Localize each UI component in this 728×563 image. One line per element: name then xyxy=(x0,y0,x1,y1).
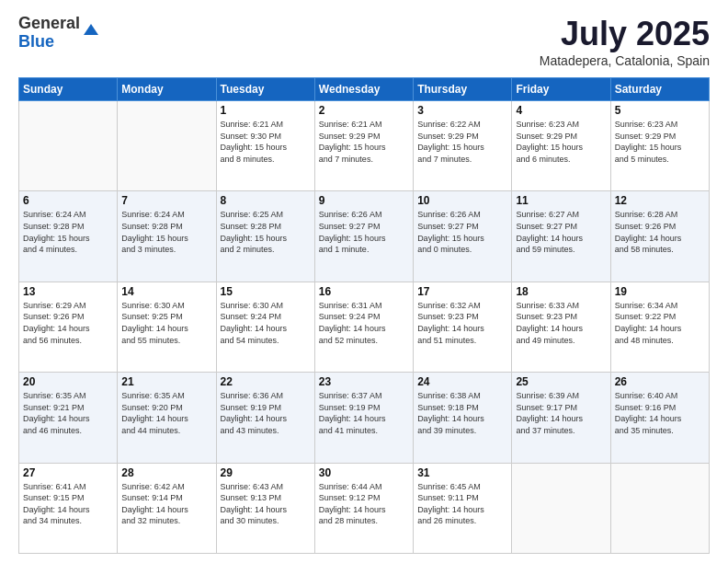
calendar-cell: 1Sunrise: 6:21 AM Sunset: 9:30 PM Daylig… xyxy=(216,101,314,191)
col-header-sunday: Sunday xyxy=(19,78,118,101)
svg-marker-0 xyxy=(84,24,98,35)
logo-general: General xyxy=(18,15,80,33)
day-number: 16 xyxy=(319,285,409,298)
calendar-week-row: 27Sunrise: 6:41 AM Sunset: 9:15 PM Dayli… xyxy=(19,463,710,553)
day-number: 3 xyxy=(417,104,507,117)
cell-text: Sunrise: 6:39 AM Sunset: 9:17 PM Dayligh… xyxy=(516,390,606,436)
col-header-monday: Monday xyxy=(118,78,216,101)
day-number: 31 xyxy=(417,466,507,479)
day-number: 10 xyxy=(417,194,507,207)
calendar-cell: 26Sunrise: 6:40 AM Sunset: 9:16 PM Dayli… xyxy=(610,373,709,463)
calendar-cell: 31Sunrise: 6:45 AM Sunset: 9:11 PM Dayli… xyxy=(414,463,512,553)
month-title: July 2025 xyxy=(540,15,710,53)
calendar-header-row: SundayMondayTuesdayWednesdayThursdayFrid… xyxy=(19,78,710,101)
col-header-wednesday: Wednesday xyxy=(314,78,413,101)
cell-text: Sunrise: 6:25 AM Sunset: 9:28 PM Dayligh… xyxy=(221,209,311,255)
day-number: 8 xyxy=(221,194,311,207)
calendar-cell: 30Sunrise: 6:44 AM Sunset: 9:12 PM Dayli… xyxy=(314,463,413,553)
cell-text: Sunrise: 6:37 AM Sunset: 9:19 PM Dayligh… xyxy=(319,390,409,436)
calendar-cell: 16Sunrise: 6:31 AM Sunset: 9:24 PM Dayli… xyxy=(314,282,413,372)
cell-text: Sunrise: 6:30 AM Sunset: 9:24 PM Dayligh… xyxy=(221,300,311,346)
day-number: 30 xyxy=(319,466,409,479)
cell-text: Sunrise: 6:42 AM Sunset: 9:14 PM Dayligh… xyxy=(121,481,211,527)
cell-text: Sunrise: 6:21 AM Sunset: 9:29 PM Dayligh… xyxy=(319,119,409,165)
title-block: July 2025 Matadepera, Catalonia, Spain xyxy=(540,15,710,68)
cell-text: Sunrise: 6:36 AM Sunset: 9:19 PM Dayligh… xyxy=(221,390,311,436)
day-number: 23 xyxy=(319,375,409,388)
cell-text: Sunrise: 6:27 AM Sunset: 9:27 PM Dayligh… xyxy=(516,209,606,255)
calendar-cell: 22Sunrise: 6:36 AM Sunset: 9:19 PM Dayli… xyxy=(216,373,314,463)
day-number: 29 xyxy=(221,466,311,479)
calendar-cell: 20Sunrise: 6:35 AM Sunset: 9:21 PM Dayli… xyxy=(19,373,118,463)
calendar-cell xyxy=(118,101,216,191)
cell-text: Sunrise: 6:26 AM Sunset: 9:27 PM Dayligh… xyxy=(417,209,507,255)
calendar-cell: 2Sunrise: 6:21 AM Sunset: 9:29 PM Daylig… xyxy=(314,101,413,191)
cell-text: Sunrise: 6:34 AM Sunset: 9:22 PM Dayligh… xyxy=(615,300,705,346)
cell-text: Sunrise: 6:33 AM Sunset: 9:23 PM Dayligh… xyxy=(516,300,606,346)
day-number: 7 xyxy=(121,194,211,207)
calendar-cell: 19Sunrise: 6:34 AM Sunset: 9:22 PM Dayli… xyxy=(610,282,709,372)
cell-text: Sunrise: 6:43 AM Sunset: 9:13 PM Dayligh… xyxy=(221,481,311,527)
calendar-cell: 9Sunrise: 6:26 AM Sunset: 9:27 PM Daylig… xyxy=(314,191,413,282)
logo-blue: Blue xyxy=(18,33,80,52)
calendar-cell: 29Sunrise: 6:43 AM Sunset: 9:13 PM Dayli… xyxy=(216,463,314,553)
cell-text: Sunrise: 6:23 AM Sunset: 9:29 PM Dayligh… xyxy=(516,119,606,165)
calendar-cell: 3Sunrise: 6:22 AM Sunset: 9:29 PM Daylig… xyxy=(414,101,512,191)
cell-text: Sunrise: 6:41 AM Sunset: 9:15 PM Dayligh… xyxy=(23,481,113,527)
page: General Blue July 2025 Matadepera, Catal… xyxy=(0,0,728,563)
day-number: 25 xyxy=(516,375,606,388)
calendar-week-row: 6Sunrise: 6:24 AM Sunset: 9:28 PM Daylig… xyxy=(19,191,710,282)
day-number: 9 xyxy=(319,194,409,207)
day-number: 22 xyxy=(221,375,311,388)
day-number: 13 xyxy=(23,285,113,298)
cell-text: Sunrise: 6:28 AM Sunset: 9:26 PM Dayligh… xyxy=(615,209,705,255)
cell-text: Sunrise: 6:30 AM Sunset: 9:25 PM Dayligh… xyxy=(121,300,211,346)
day-number: 27 xyxy=(23,466,113,479)
calendar-week-row: 13Sunrise: 6:29 AM Sunset: 9:26 PM Dayli… xyxy=(19,282,710,372)
calendar-week-row: 1Sunrise: 6:21 AM Sunset: 9:30 PM Daylig… xyxy=(19,101,710,191)
calendar-cell: 13Sunrise: 6:29 AM Sunset: 9:26 PM Dayli… xyxy=(19,282,118,372)
day-number: 12 xyxy=(615,194,705,207)
calendar-cell: 4Sunrise: 6:23 AM Sunset: 9:29 PM Daylig… xyxy=(512,101,610,191)
day-number: 20 xyxy=(23,375,113,388)
calendar-cell: 25Sunrise: 6:39 AM Sunset: 9:17 PM Dayli… xyxy=(512,373,610,463)
calendar-cell: 23Sunrise: 6:37 AM Sunset: 9:19 PM Dayli… xyxy=(314,373,413,463)
calendar-cell: 11Sunrise: 6:27 AM Sunset: 9:27 PM Dayli… xyxy=(512,191,610,282)
cell-text: Sunrise: 6:38 AM Sunset: 9:18 PM Dayligh… xyxy=(417,390,507,436)
cell-text: Sunrise: 6:23 AM Sunset: 9:29 PM Dayligh… xyxy=(615,119,705,165)
calendar-week-row: 20Sunrise: 6:35 AM Sunset: 9:21 PM Dayli… xyxy=(19,373,710,463)
cell-text: Sunrise: 6:22 AM Sunset: 9:29 PM Dayligh… xyxy=(417,119,507,165)
calendar-cell: 8Sunrise: 6:25 AM Sunset: 9:28 PM Daylig… xyxy=(216,191,314,282)
day-number: 19 xyxy=(615,285,705,298)
calendar-cell: 6Sunrise: 6:24 AM Sunset: 9:28 PM Daylig… xyxy=(19,191,118,282)
calendar-cell: 21Sunrise: 6:35 AM Sunset: 9:20 PM Dayli… xyxy=(118,373,216,463)
cell-text: Sunrise: 6:21 AM Sunset: 9:30 PM Dayligh… xyxy=(221,119,311,165)
cell-text: Sunrise: 6:45 AM Sunset: 9:11 PM Dayligh… xyxy=(417,481,507,527)
day-number: 26 xyxy=(615,375,705,388)
cell-text: Sunrise: 6:31 AM Sunset: 9:24 PM Dayligh… xyxy=(319,300,409,346)
cell-text: Sunrise: 6:24 AM Sunset: 9:28 PM Dayligh… xyxy=(23,209,113,255)
calendar-cell xyxy=(512,463,610,553)
day-number: 6 xyxy=(23,194,113,207)
day-number: 14 xyxy=(121,285,211,298)
calendar-cell: 7Sunrise: 6:24 AM Sunset: 9:28 PM Daylig… xyxy=(118,191,216,282)
day-number: 21 xyxy=(121,375,211,388)
calendar-cell: 27Sunrise: 6:41 AM Sunset: 9:15 PM Dayli… xyxy=(19,463,118,553)
calendar-cell: 14Sunrise: 6:30 AM Sunset: 9:25 PM Dayli… xyxy=(118,282,216,372)
col-header-tuesday: Tuesday xyxy=(216,78,314,101)
calendar-cell xyxy=(19,101,118,191)
calendar-cell: 10Sunrise: 6:26 AM Sunset: 9:27 PM Dayli… xyxy=(414,191,512,282)
day-number: 17 xyxy=(417,285,507,298)
cell-text: Sunrise: 6:35 AM Sunset: 9:21 PM Dayligh… xyxy=(23,390,113,436)
calendar-cell: 12Sunrise: 6:28 AM Sunset: 9:26 PM Dayli… xyxy=(610,191,709,282)
col-header-saturday: Saturday xyxy=(610,78,709,101)
day-number: 15 xyxy=(221,285,311,298)
location: Matadepera, Catalonia, Spain xyxy=(540,53,710,68)
col-header-thursday: Thursday xyxy=(414,78,512,101)
logo: General Blue xyxy=(18,15,100,52)
calendar-cell: 5Sunrise: 6:23 AM Sunset: 9:29 PM Daylig… xyxy=(610,101,709,191)
calendar-cell: 17Sunrise: 6:32 AM Sunset: 9:23 PM Dayli… xyxy=(414,282,512,372)
header: General Blue July 2025 Matadepera, Catal… xyxy=(18,15,710,68)
cell-text: Sunrise: 6:29 AM Sunset: 9:26 PM Dayligh… xyxy=(23,300,113,346)
day-number: 18 xyxy=(516,285,606,298)
